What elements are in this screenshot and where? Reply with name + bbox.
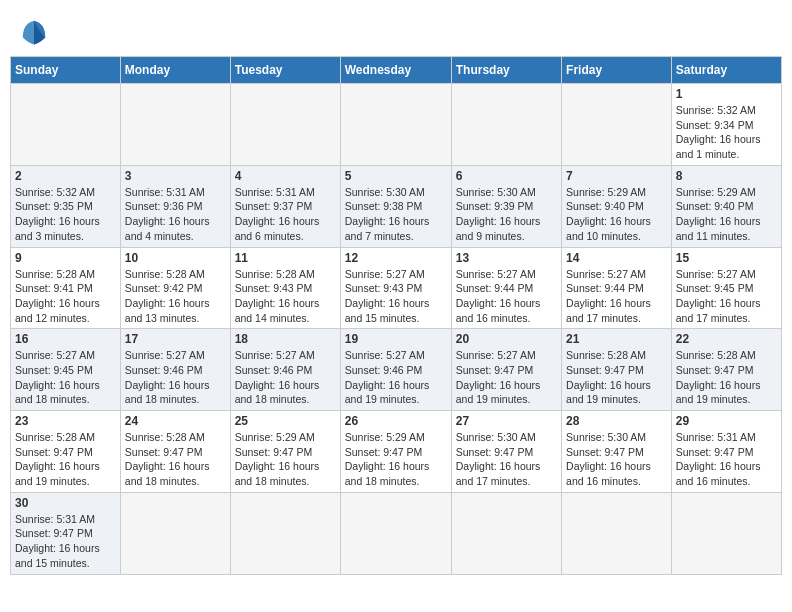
day-info: Sunrise: 5:30 AM Sunset: 9:39 PM Dayligh… [456,185,557,244]
day-info: Sunrise: 5:27 AM Sunset: 9:45 PM Dayligh… [15,348,116,407]
day-number: 26 [345,414,447,428]
day-number: 20 [456,332,557,346]
day-info: Sunrise: 5:32 AM Sunset: 9:34 PM Dayligh… [676,103,777,162]
day-cell-29: 29Sunrise: 5:31 AM Sunset: 9:47 PM Dayli… [671,411,781,493]
day-cell-1: 1Sunrise: 5:32 AM Sunset: 9:34 PM Daylig… [671,84,781,166]
day-number: 1 [676,87,777,101]
day-cell-16: 16Sunrise: 5:27 AM Sunset: 9:45 PM Dayli… [11,329,121,411]
day-cell-8: 8Sunrise: 5:29 AM Sunset: 9:40 PM Daylig… [671,165,781,247]
week-row-3: 9Sunrise: 5:28 AM Sunset: 9:41 PM Daylig… [11,247,782,329]
day-info: Sunrise: 5:31 AM Sunset: 9:47 PM Dayligh… [676,430,777,489]
day-number: 4 [235,169,336,183]
empty-cell [340,84,451,166]
day-info: Sunrise: 5:28 AM Sunset: 9:47 PM Dayligh… [676,348,777,407]
day-cell-7: 7Sunrise: 5:29 AM Sunset: 9:40 PM Daylig… [562,165,672,247]
day-cell-15: 15Sunrise: 5:27 AM Sunset: 9:45 PM Dayli… [671,247,781,329]
day-number: 2 [15,169,116,183]
day-cell-4: 4Sunrise: 5:31 AM Sunset: 9:37 PM Daylig… [230,165,340,247]
day-number: 24 [125,414,226,428]
day-number: 11 [235,251,336,265]
day-info: Sunrise: 5:30 AM Sunset: 9:38 PM Dayligh… [345,185,447,244]
weekday-header-row: SundayMondayTuesdayWednesdayThursdayFrid… [11,57,782,84]
day-info: Sunrise: 5:28 AM Sunset: 9:47 PM Dayligh… [15,430,116,489]
day-cell-20: 20Sunrise: 5:27 AM Sunset: 9:47 PM Dayli… [451,329,561,411]
day-info: Sunrise: 5:28 AM Sunset: 9:43 PM Dayligh… [235,267,336,326]
day-cell-23: 23Sunrise: 5:28 AM Sunset: 9:47 PM Dayli… [11,411,121,493]
day-number: 22 [676,332,777,346]
day-number: 21 [566,332,667,346]
day-info: Sunrise: 5:27 AM Sunset: 9:43 PM Dayligh… [345,267,447,326]
empty-cell [11,84,121,166]
day-info: Sunrise: 5:29 AM Sunset: 9:47 PM Dayligh… [235,430,336,489]
empty-cell [451,84,561,166]
day-info: Sunrise: 5:29 AM Sunset: 9:47 PM Dayligh… [345,430,447,489]
day-number: 8 [676,169,777,183]
day-info: Sunrise: 5:27 AM Sunset: 9:46 PM Dayligh… [345,348,447,407]
day-info: Sunrise: 5:31 AM Sunset: 9:37 PM Dayligh… [235,185,336,244]
day-number: 16 [15,332,116,346]
weekday-header-friday: Friday [562,57,672,84]
week-row-1: 1Sunrise: 5:32 AM Sunset: 9:34 PM Daylig… [11,84,782,166]
week-row-4: 16Sunrise: 5:27 AM Sunset: 9:45 PM Dayli… [11,329,782,411]
day-info: Sunrise: 5:28 AM Sunset: 9:47 PM Dayligh… [566,348,667,407]
empty-cell [562,84,672,166]
day-info: Sunrise: 5:32 AM Sunset: 9:35 PM Dayligh… [15,185,116,244]
week-row-6: 30Sunrise: 5:31 AM Sunset: 9:47 PM Dayli… [11,492,782,574]
logo-icon [20,18,48,46]
weekday-header-thursday: Thursday [451,57,561,84]
day-number: 30 [15,496,116,510]
day-info: Sunrise: 5:28 AM Sunset: 9:47 PM Dayligh… [125,430,226,489]
day-cell-30: 30Sunrise: 5:31 AM Sunset: 9:47 PM Dayli… [11,492,121,574]
empty-cell [671,492,781,574]
day-info: Sunrise: 5:31 AM Sunset: 9:36 PM Dayligh… [125,185,226,244]
day-number: 12 [345,251,447,265]
day-number: 27 [456,414,557,428]
day-number: 29 [676,414,777,428]
empty-cell [340,492,451,574]
day-info: Sunrise: 5:28 AM Sunset: 9:42 PM Dayligh… [125,267,226,326]
day-info: Sunrise: 5:27 AM Sunset: 9:44 PM Dayligh… [566,267,667,326]
day-info: Sunrise: 5:27 AM Sunset: 9:44 PM Dayligh… [456,267,557,326]
day-number: 28 [566,414,667,428]
calendar-table: SundayMondayTuesdayWednesdayThursdayFrid… [10,56,782,575]
day-cell-28: 28Sunrise: 5:30 AM Sunset: 9:47 PM Dayli… [562,411,672,493]
day-cell-17: 17Sunrise: 5:27 AM Sunset: 9:46 PM Dayli… [120,329,230,411]
day-number: 19 [345,332,447,346]
empty-cell [562,492,672,574]
weekday-header-wednesday: Wednesday [340,57,451,84]
day-info: Sunrise: 5:27 AM Sunset: 9:46 PM Dayligh… [125,348,226,407]
day-cell-3: 3Sunrise: 5:31 AM Sunset: 9:36 PM Daylig… [120,165,230,247]
day-number: 17 [125,332,226,346]
day-number: 7 [566,169,667,183]
day-cell-12: 12Sunrise: 5:27 AM Sunset: 9:43 PM Dayli… [340,247,451,329]
day-info: Sunrise: 5:27 AM Sunset: 9:47 PM Dayligh… [456,348,557,407]
day-info: Sunrise: 5:27 AM Sunset: 9:46 PM Dayligh… [235,348,336,407]
empty-cell [120,84,230,166]
day-info: Sunrise: 5:28 AM Sunset: 9:41 PM Dayligh… [15,267,116,326]
day-cell-26: 26Sunrise: 5:29 AM Sunset: 9:47 PM Dayli… [340,411,451,493]
day-info: Sunrise: 5:29 AM Sunset: 9:40 PM Dayligh… [566,185,667,244]
day-cell-11: 11Sunrise: 5:28 AM Sunset: 9:43 PM Dayli… [230,247,340,329]
day-number: 10 [125,251,226,265]
day-cell-6: 6Sunrise: 5:30 AM Sunset: 9:39 PM Daylig… [451,165,561,247]
day-info: Sunrise: 5:30 AM Sunset: 9:47 PM Dayligh… [566,430,667,489]
day-info: Sunrise: 5:31 AM Sunset: 9:47 PM Dayligh… [15,512,116,571]
day-cell-2: 2Sunrise: 5:32 AM Sunset: 9:35 PM Daylig… [11,165,121,247]
day-cell-22: 22Sunrise: 5:28 AM Sunset: 9:47 PM Dayli… [671,329,781,411]
day-number: 3 [125,169,226,183]
empty-cell [230,84,340,166]
day-cell-25: 25Sunrise: 5:29 AM Sunset: 9:47 PM Dayli… [230,411,340,493]
week-row-5: 23Sunrise: 5:28 AM Sunset: 9:47 PM Dayli… [11,411,782,493]
day-cell-27: 27Sunrise: 5:30 AM Sunset: 9:47 PM Dayli… [451,411,561,493]
day-cell-19: 19Sunrise: 5:27 AM Sunset: 9:46 PM Dayli… [340,329,451,411]
day-info: Sunrise: 5:29 AM Sunset: 9:40 PM Dayligh… [676,185,777,244]
day-number: 18 [235,332,336,346]
day-number: 9 [15,251,116,265]
day-number: 13 [456,251,557,265]
day-cell-5: 5Sunrise: 5:30 AM Sunset: 9:38 PM Daylig… [340,165,451,247]
header [10,10,782,50]
day-cell-21: 21Sunrise: 5:28 AM Sunset: 9:47 PM Dayli… [562,329,672,411]
empty-cell [230,492,340,574]
day-number: 6 [456,169,557,183]
day-number: 25 [235,414,336,428]
